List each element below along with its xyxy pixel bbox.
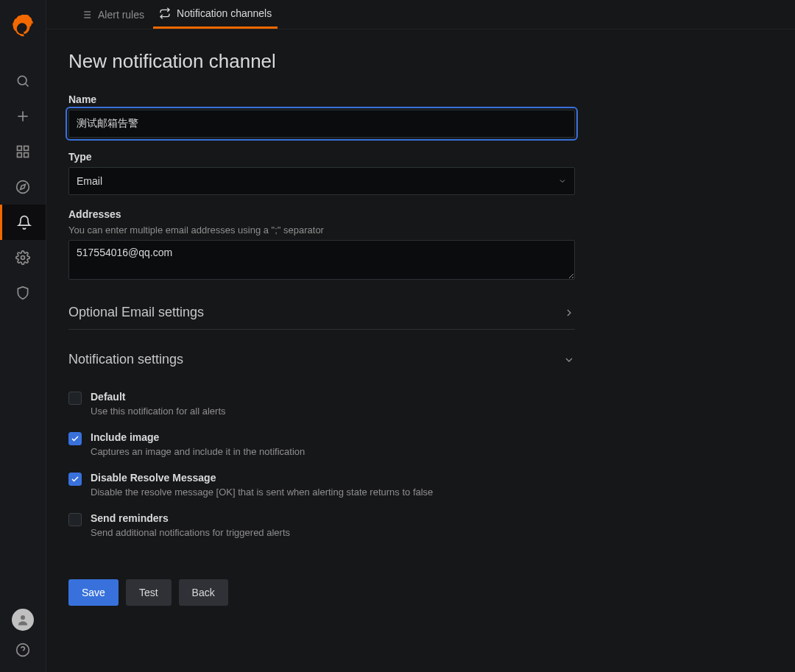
tab-notification-channels[interactable]: Notification channels — [153, 0, 278, 29]
checkbox-include-image[interactable] — [68, 432, 82, 445]
svg-rect-4 — [18, 146, 22, 151]
shield-icon[interactable] — [0, 275, 46, 311]
type-select[interactable]: Email — [68, 167, 575, 195]
page-title: New notification channel — [68, 50, 643, 73]
search-icon[interactable] — [0, 63, 46, 99]
tabbar: Alert rules Notification channels — [46, 0, 795, 29]
tab-alert-rules[interactable]: Alert rules — [74, 0, 150, 29]
avatar[interactable] — [12, 609, 34, 631]
svg-rect-6 — [18, 153, 22, 158]
checkbox-default[interactable] — [68, 392, 82, 405]
svg-point-0 — [18, 76, 26, 85]
checkbox-disable-resolve-label: Disable Resolve Message — [91, 472, 433, 484]
section-notification-settings[interactable]: Notification settings — [68, 343, 575, 376]
svg-line-1 — [26, 84, 29, 87]
svg-point-10 — [21, 256, 25, 260]
chevron-right-icon — [563, 307, 575, 319]
checkbox-disable-resolve[interactable] — [68, 473, 82, 486]
tab-label: Alert rules — [98, 9, 144, 21]
svg-point-11 — [21, 615, 25, 620]
configuration-icon[interactable] — [0, 240, 46, 275]
content-area: Alert rules Notification channels New no… — [46, 0, 795, 672]
chevron-down-icon — [558, 177, 567, 185]
checkbox-disable-resolve-desc: Disable the resolve message [OK] that is… — [91, 487, 433, 498]
channels-icon — [159, 7, 171, 19]
checkbox-send-reminders[interactable] — [68, 513, 82, 526]
addresses-label: Addresses — [68, 208, 643, 220]
list-icon — [80, 9, 92, 21]
checkbox-default-label: Default — [91, 391, 226, 403]
help-icon[interactable] — [0, 635, 46, 665]
tab-label: Notification channels — [177, 7, 272, 19]
section-title: Optional Email settings — [68, 305, 204, 320]
name-label: Name — [68, 93, 643, 105]
save-button[interactable]: Save — [68, 579, 119, 606]
checkbox-include-image-label: Include image — [91, 431, 305, 443]
checkbox-include-image-desc: Captures an image and include it in the … — [91, 446, 305, 457]
sidebar — [0, 0, 46, 672]
explore-icon[interactable] — [0, 169, 46, 205]
type-value: Email — [77, 175, 102, 187]
svg-point-8 — [17, 181, 29, 194]
svg-rect-7 — [24, 153, 29, 158]
plus-icon[interactable] — [0, 99, 46, 134]
chevron-down-icon — [563, 354, 575, 366]
test-button[interactable]: Test — [126, 579, 172, 606]
section-title: Notification settings — [68, 352, 183, 367]
type-label: Type — [68, 151, 643, 163]
checkbox-default-desc: Use this notification for all alerts — [91, 406, 226, 417]
name-input[interactable] — [68, 110, 575, 138]
alerting-icon[interactable] — [0, 205, 46, 240]
addresses-sub: You can enter multiple email addresses u… — [68, 224, 643, 236]
dashboards-icon[interactable] — [0, 134, 46, 169]
grafana-logo-icon[interactable] — [8, 12, 38, 41]
checkbox-send-reminders-desc: Send additional notifications for trigge… — [91, 527, 290, 538]
checkbox-send-reminders-label: Send reminders — [91, 512, 290, 524]
back-button[interactable]: Back — [179, 579, 228, 606]
addresses-textarea[interactable] — [68, 240, 575, 280]
svg-marker-9 — [21, 185, 26, 190]
svg-rect-5 — [24, 146, 29, 151]
section-optional-email[interactable]: Optional Email settings — [68, 296, 575, 330]
